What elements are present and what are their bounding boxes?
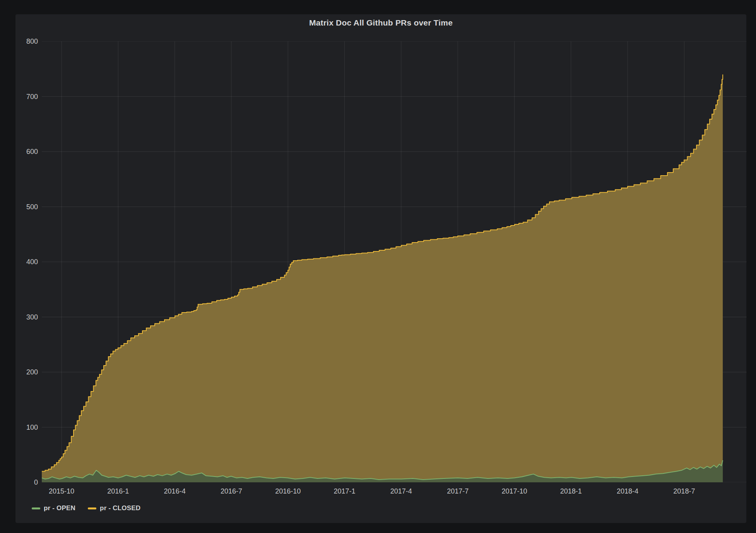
x-tick-label: 2018-4 [606,487,649,495]
panel-title[interactable]: Matrix Doc All Github PRs over Time [15,18,746,27]
timeseries-chart[interactable] [42,41,747,482]
x-tick-label: 2016-10 [267,487,309,495]
y-tick-label: 400 [15,258,38,266]
legend-swatch-icon [88,507,96,509]
x-tick-label: 2017-7 [436,487,479,495]
x-tick-label: 2016-7 [210,487,253,495]
y-tick-label: 800 [15,37,38,46]
x-tick-label: 2017-1 [323,487,366,495]
x-tick-label: 2015-10 [40,487,83,495]
y-tick-label: 700 [15,92,38,101]
series-fill-closed [42,75,723,483]
legend-label: pr - OPEN [44,504,75,512]
x-tick-label: 2018-7 [663,487,705,495]
graph-panel: Matrix Doc All Github PRs over Time 8007… [15,14,746,523]
y-tick-label: 0 [15,478,38,487]
x-tick-label: 2016-1 [97,487,139,495]
legend-item-open[interactable]: pr - OPEN [32,504,75,512]
x-tick-label: 2017-4 [380,487,422,495]
legend-swatch-icon [32,507,40,509]
y-tick-label: 600 [15,147,38,156]
x-tick-label: 2016-4 [154,487,196,495]
y-tick-label: 300 [15,313,38,321]
y-tick-label: 100 [15,423,38,432]
y-tick-label: 200 [15,368,38,376]
x-tick-label: 2017-10 [493,487,535,495]
plot-area[interactable] [42,41,747,482]
legend-label: pr - CLOSED [100,504,140,512]
legend-item-closed[interactable]: pr - CLOSED [88,504,140,512]
x-tick-label: 2018-1 [550,487,592,495]
y-tick-label: 500 [15,203,38,211]
legend: pr - OPENpr - CLOSED [32,503,140,513]
